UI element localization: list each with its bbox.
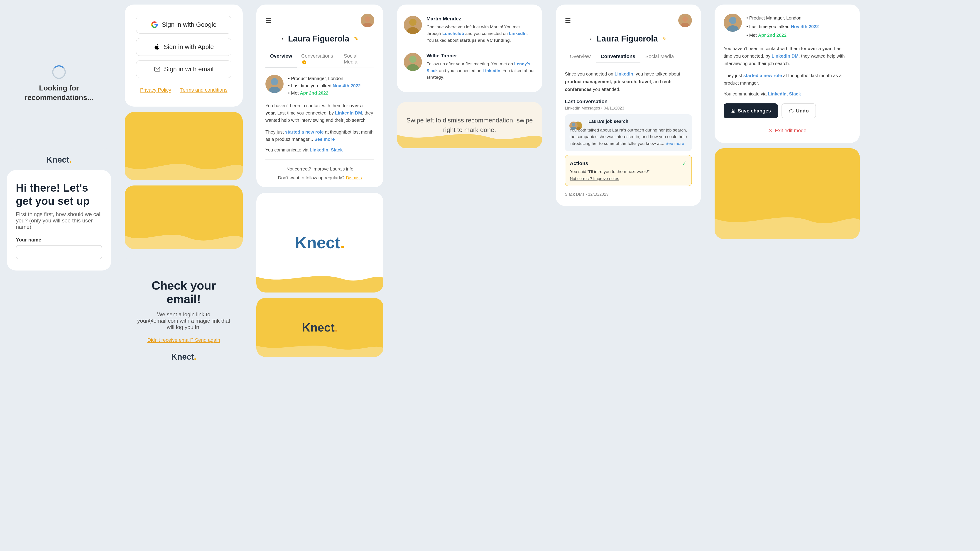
- exit-edit-button[interactable]: ✕ Exit edit mode: [724, 125, 851, 134]
- edit-person-header: • Product Manager, London • Last time yo…: [724, 14, 851, 40]
- willie-content: Willie Tanner Follow up after your first…: [426, 53, 535, 81]
- profile-desc2-small: They just started a new role at thoughtb…: [266, 129, 374, 143]
- undo-label: Undo: [796, 108, 809, 114]
- setup-title: Hi there! Let's get you set up: [16, 181, 102, 208]
- profile-name-small: Laura Figuerola: [288, 34, 349, 43]
- slack-dms: Slack DMs • 12/10/2023: [565, 190, 692, 202]
- profile-header-small: ☰: [266, 14, 374, 27]
- martin-content: Martin Mendez Continue where you left it…: [426, 16, 535, 43]
- conv-card: Laura's job search You both talked about…: [565, 114, 692, 151]
- actions-header: Actions ✓: [570, 160, 687, 167]
- tab-social-big[interactable]: Social Media: [640, 50, 679, 63]
- column-2: Sign in with Google Sign in with Apple S…: [118, 0, 250, 395]
- edit-icon-small[interactable]: ✎: [354, 36, 358, 42]
- svg-point-1: [365, 16, 370, 22]
- see-more-link[interactable]: See more: [666, 141, 684, 146]
- google-label: Sign in with Google: [162, 21, 216, 29]
- back-icon[interactable]: ‹: [281, 35, 283, 43]
- recommendations-card: Martin Mendez Continue where you left it…: [397, 5, 542, 92]
- undo-button[interactable]: Undo: [781, 103, 816, 118]
- hamburger-icon-big[interactable]: ☰: [565, 17, 571, 24]
- profile-card-big: ☰ ‹ Laura Figuerola ✎ Overview Conversat…: [556, 5, 701, 206]
- dismiss-text: Don't want to follow up regularly? Dismi…: [266, 175, 374, 181]
- edit-desc2: They just started a new role at thoughtb…: [724, 72, 851, 87]
- check-email-card: Check your email! We sent a login link t…: [125, 254, 243, 386]
- loading-spinner: [52, 65, 66, 79]
- undo-icon: [789, 108, 794, 113]
- close-icon: ✕: [768, 127, 772, 134]
- edit-desc: You haven't been in contact with them fo…: [724, 45, 851, 67]
- email-icon: [154, 66, 161, 72]
- svg-point-16: [727, 25, 739, 32]
- rec-martin: Martin Mendez Continue where you left it…: [404, 11, 535, 48]
- hamburger-icon[interactable]: ☰: [266, 17, 272, 24]
- save-changes-button[interactable]: Save changes: [724, 103, 778, 118]
- last-conv-header: Last conversation: [565, 98, 692, 105]
- conv-body: You both talked about Laura's outreach d…: [570, 127, 687, 147]
- profile-tabs-small: Overview Conversations• Social Media: [266, 50, 374, 68]
- knect-logo-bottom: Knect.: [171, 352, 196, 362]
- tab-conversations-big[interactable]: Conversations: [596, 50, 640, 63]
- tab-social-small[interactable]: Social Media: [339, 50, 374, 68]
- svg-point-8: [407, 64, 419, 71]
- user-avatar-small: [361, 14, 374, 27]
- wave-bottom: [256, 339, 383, 357]
- profile-card-small: ☰ ‹ Laura Figuerola ✎ Overview Conversat…: [256, 5, 383, 187]
- email-label: Sign in with email: [164, 65, 213, 73]
- signin-apple-button[interactable]: Sign in with Apple: [136, 38, 231, 56]
- yellow-dec-card: [714, 148, 860, 239]
- laura-avatar-small: [266, 75, 283, 93]
- bottom-logo-card: Knect.: [256, 298, 383, 357]
- bottom-logo-text: Knect.: [302, 321, 338, 334]
- apple-icon: [154, 44, 160, 50]
- column-4: Martin Mendez Continue where you left it…: [390, 0, 549, 157]
- apple-label: Sign in with Apple: [164, 43, 214, 51]
- improve-link-small[interactable]: Not correct? Improve Laura's info: [266, 167, 374, 171]
- signin-email-button[interactable]: Sign in with email: [136, 60, 231, 78]
- wave-decoration: [125, 153, 243, 180]
- svg-point-4: [269, 87, 280, 93]
- back-icon-big[interactable]: ‹: [590, 35, 592, 43]
- swipe-text: Swipe left to dismiss recommendation, sw…: [406, 116, 533, 135]
- signin-footer: Privacy Policy Terms and conditions: [136, 87, 231, 93]
- exit-label: Exit edit mode: [775, 128, 806, 133]
- knect-logo-col1: Knect.: [46, 155, 72, 165]
- terms-link[interactable]: Terms and conditions: [180, 87, 228, 93]
- center-logo-card: Knect.: [256, 193, 383, 292]
- profile-header-big: ☰: [565, 14, 692, 27]
- privacy-link[interactable]: Privacy Policy: [140, 87, 171, 93]
- dismiss-link[interactable]: Dismiss: [346, 175, 362, 180]
- edit-buttons: Save changes Undo: [724, 103, 851, 118]
- name-label: Your name: [16, 237, 102, 243]
- martin-text: Continue where you left it at with Marti…: [426, 24, 535, 43]
- svg-rect-17: [731, 109, 735, 113]
- wave-dec: [714, 205, 860, 239]
- profile-tabs-big: Overview Conversations Social Media: [565, 50, 692, 63]
- resend-link[interactable]: Didn't receive email? Send again: [148, 337, 220, 343]
- tab-overview-big[interactable]: Overview: [565, 50, 596, 63]
- svg-point-6: [407, 27, 419, 34]
- conversations-section: Since you connected on LinkedIn, you hav…: [565, 70, 692, 202]
- edit-icon-big[interactable]: ✎: [662, 36, 667, 42]
- conv-title: Laura's job search: [589, 119, 628, 124]
- profile-name-row-big: ‹ Laura Figuerola ✎: [565, 34, 692, 43]
- svg-point-15: [729, 17, 737, 24]
- conv-card-header: Laura's job search: [570, 119, 687, 124]
- wave-decoration-2: [125, 226, 243, 249]
- conv-badge: •: [302, 60, 306, 64]
- name-input[interactable]: [16, 245, 102, 259]
- check-email-title: Check your email!: [136, 279, 231, 306]
- profile-name-row: ‹ Laura Figuerola ✎: [266, 34, 374, 43]
- user-avatar-big: [678, 14, 692, 27]
- svg-point-10: [681, 23, 690, 27]
- profile-info-row: •Product Manager, London •Last time you …: [266, 75, 374, 97]
- tab-conversations-small[interactable]: Conversations•: [297, 50, 339, 68]
- column-5: ☰ ‹ Laura Figuerola ✎ Overview Conversat…: [549, 0, 708, 215]
- profile-name-big: Laura Figuerola: [597, 34, 658, 43]
- martin-avatar: [404, 16, 422, 34]
- improve-notes-link[interactable]: Not correct? Improve notes: [570, 176, 619, 181]
- loading-text: Looking for recommendations...: [7, 83, 111, 102]
- signin-google-button[interactable]: Sign in with Google: [136, 16, 231, 33]
- save-label: Save changes: [738, 108, 771, 114]
- tab-overview-small[interactable]: Overview: [266, 50, 297, 68]
